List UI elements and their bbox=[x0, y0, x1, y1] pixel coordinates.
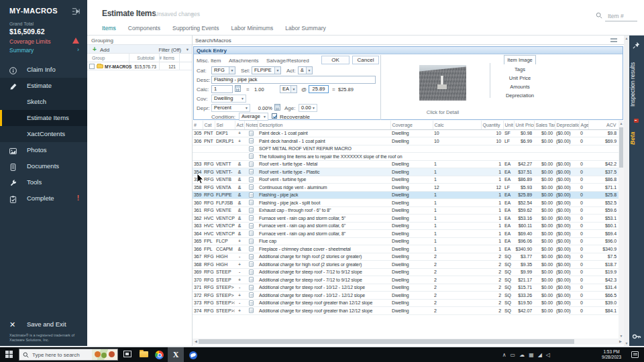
table-row[interactable]: 365FPLFLCP+Flue capDwelling11EA$96.06$0.… bbox=[193, 237, 619, 245]
col-header-act[interactable]: Act bbox=[235, 121, 244, 129]
note-icon[interactable] bbox=[249, 169, 254, 174]
task-view-icon[interactable] bbox=[122, 349, 133, 360]
col-header-#[interactable]: # bbox=[193, 121, 203, 129]
cat-input[interactable]: RFG▼ bbox=[211, 66, 235, 74]
table-horizontal-scrollbar[interactable]: ◀ ▶ bbox=[193, 339, 624, 345]
col-header-depreciation[interactable]: Depreciation bbox=[555, 121, 579, 129]
calc-input[interactable]: 1 bbox=[211, 85, 233, 93]
col-header-unit[interactable]: Unit bbox=[503, 121, 514, 129]
file-explorer-icon[interactable] bbox=[139, 349, 150, 360]
xactimate-taskbar-icon[interactable]: X bbox=[168, 347, 184, 362]
table-row[interactable]: 361RFGVENTE&Exhaust cap - through roof -… bbox=[193, 206, 619, 215]
note-icon[interactable] bbox=[249, 277, 254, 282]
calculator-icon[interactable] bbox=[235, 85, 241, 92]
table-row[interactable]: 305PNTDKP1+Paint deck - 1 coat paintDwel… bbox=[193, 129, 619, 137]
filter-button[interactable]: Filter (Off) bbox=[158, 47, 181, 53]
col-header-coverage[interactable]: Coverage bbox=[390, 121, 433, 129]
note-icon[interactable] bbox=[249, 192, 254, 198]
note-icon[interactable] bbox=[249, 162, 254, 167]
sidebar-item-documents[interactable]: Documents bbox=[0, 158, 87, 174]
table-row[interactable]: The following line items are to repair t… bbox=[193, 153, 619, 161]
widgets-icon[interactable] bbox=[92, 349, 117, 360]
cancel-button[interactable]: Cancel bbox=[352, 56, 379, 64]
chrome-icon[interactable] bbox=[154, 349, 165, 360]
table-row[interactable]: 362HVCVENTCP5&Furnace vent - rain cap an… bbox=[193, 215, 619, 223]
side-tab-tags[interactable]: Tags bbox=[490, 65, 550, 74]
note-icon[interactable] bbox=[249, 308, 254, 313]
note-icon[interactable] bbox=[249, 292, 254, 298]
add-group-button[interactable]: Add bbox=[100, 47, 109, 53]
desc-input[interactable]: Flashing - pipe jack bbox=[211, 76, 376, 84]
side-tab-amounts[interactable]: Amounts bbox=[490, 82, 550, 91]
calculator-icon-2[interactable] bbox=[274, 104, 280, 111]
note-icon[interactable] bbox=[249, 200, 254, 205]
sidebar-item-photos[interactable]: Photos bbox=[0, 142, 87, 158]
sidebar-item-sketch[interactable]: Sketch bbox=[0, 94, 87, 110]
note-icon[interactable] bbox=[249, 269, 254, 275]
side-tab-depreciation[interactable]: Depreciation bbox=[490, 91, 550, 100]
table-row[interactable]: 369RFGSTEEP-Additional charge for steep … bbox=[193, 268, 619, 276]
salvage-restored-link[interactable]: Salvage/Restored bbox=[266, 58, 309, 64]
table-row[interactable]: 368RFGHIGH+Additional charge for high ro… bbox=[193, 261, 619, 269]
sidebar-item-xactcontents[interactable]: XactContents bbox=[0, 126, 87, 142]
unit-dropdown[interactable]: EA▼ bbox=[280, 85, 297, 93]
summary-link[interactable]: Summary bbox=[9, 47, 34, 54]
pin-icon[interactable] bbox=[632, 41, 641, 50]
note-icon[interactable] bbox=[249, 131, 254, 136]
coverage-dropdown[interactable]: Dwelling▼ bbox=[211, 95, 246, 103]
item-search-input[interactable]: Item # bbox=[605, 11, 637, 21]
pane-scrollbar[interactable]: ▲ ▼ bbox=[624, 36, 629, 346]
attachments-link[interactable]: Attachments bbox=[229, 58, 258, 64]
table-row[interactable]: 355RFGVENTB&Roof vent - turbine typeDwel… bbox=[193, 176, 619, 184]
note-icon[interactable] bbox=[249, 154, 254, 159]
misc-item-link[interactable]: Misc. Item bbox=[197, 58, 221, 64]
sidebar-item-complete[interactable]: Complete! bbox=[0, 190, 87, 206]
note-icon[interactable] bbox=[249, 184, 254, 190]
sidebar-item-tools[interactable]: Tools bbox=[0, 174, 87, 190]
condition-dropdown[interactable]: Average▼ bbox=[239, 113, 268, 121]
note-icon[interactable] bbox=[249, 231, 254, 236]
search-macros-bar[interactable]: Search/Macros bbox=[193, 36, 624, 45]
group-row[interactable]: MY-MACROS $15,576.73 121 bbox=[87, 62, 192, 70]
table-row[interactable]: 360RFGFLPJSB&Flashing - pipe jack - spli… bbox=[193, 199, 619, 207]
table-row[interactable]: 372RFGSTEEP>+Additional charge for steep… bbox=[193, 292, 619, 300]
table-row[interactable]: 371RFGSTEEP>-Additional charge for steep… bbox=[193, 284, 619, 292]
sidebar-item-estimate-items[interactable]: Estimate Items bbox=[0, 110, 87, 126]
inspection-results-tab[interactable]: Inspection results bbox=[629, 53, 644, 116]
notification-icon[interactable] bbox=[631, 351, 639, 358]
note-icon[interactable] bbox=[249, 261, 254, 267]
col-header-acv[interactable]: ACV bbox=[588, 121, 619, 129]
recoverable-checkbox[interactable] bbox=[272, 113, 277, 119]
teams-icon[interactable] bbox=[188, 349, 199, 360]
note-icon[interactable] bbox=[249, 239, 254, 244]
taskbar-search-input[interactable]: Type here to search bbox=[19, 349, 118, 361]
note-icon[interactable] bbox=[249, 177, 254, 182]
sel-input[interactable]: FLPIPE▼ bbox=[252, 66, 281, 74]
col-header-calc[interactable]: Calc bbox=[433, 121, 481, 129]
table-row[interactable]: 374RFGSTEEP>>+Additional charge for stee… bbox=[193, 307, 619, 315]
col-header-sel[interactable]: Sel bbox=[215, 121, 235, 129]
save-and-exit-button[interactable]: ✕ Save and Exit bbox=[0, 316, 87, 333]
col-header-quantity[interactable]: Quantity bbox=[481, 121, 503, 129]
table-row[interactable]: 359RFGFLPIPE&Flashing - pipe jackDwellin… bbox=[193, 191, 619, 199]
col-header-notes[interactable]: Notes bbox=[244, 121, 258, 129]
table-row[interactable]: 367RFGHIGH-Additional charge for high ro… bbox=[193, 253, 619, 261]
unit-price-input[interactable]: 25.89 bbox=[309, 85, 329, 93]
note-icon[interactable] bbox=[249, 223, 254, 229]
col-header-cat[interactable]: Cat bbox=[203, 121, 215, 129]
item-image[interactable] bbox=[419, 65, 466, 101]
depr-pct-value[interactable]: 0.00% bbox=[256, 105, 272, 111]
table-row[interactable]: 370RFGSTEEP+Additional charge for steep … bbox=[193, 276, 619, 284]
table-vertical-scrollbar[interactable]: ▲ ▼ bbox=[619, 121, 624, 339]
taskbar-clock[interactable]: 1:53 PM 9/28/2023 bbox=[602, 349, 621, 360]
side-tab-unit-price[interactable]: Unit Price bbox=[490, 74, 550, 82]
chevron-down-icon[interactable]: ⌄ bbox=[190, 9, 195, 16]
table-row[interactable]: SOFT METAL ROOF VENT REPAIR MACRO bbox=[193, 145, 619, 153]
table-row[interactable]: 373RFGSTEEP>>-Additional charge for stee… bbox=[193, 299, 619, 307]
note-icon[interactable] bbox=[249, 215, 254, 221]
system-tray[interactable]: ∧ ▭ ☁ ▦ ◢ ◁ bbox=[502, 347, 550, 362]
side-tab-item-image[interactable]: Item Image bbox=[504, 55, 536, 64]
note-icon[interactable] bbox=[249, 300, 254, 306]
note-icon[interactable] bbox=[249, 208, 254, 213]
act-dropdown[interactable]: &▼ bbox=[298, 66, 313, 74]
